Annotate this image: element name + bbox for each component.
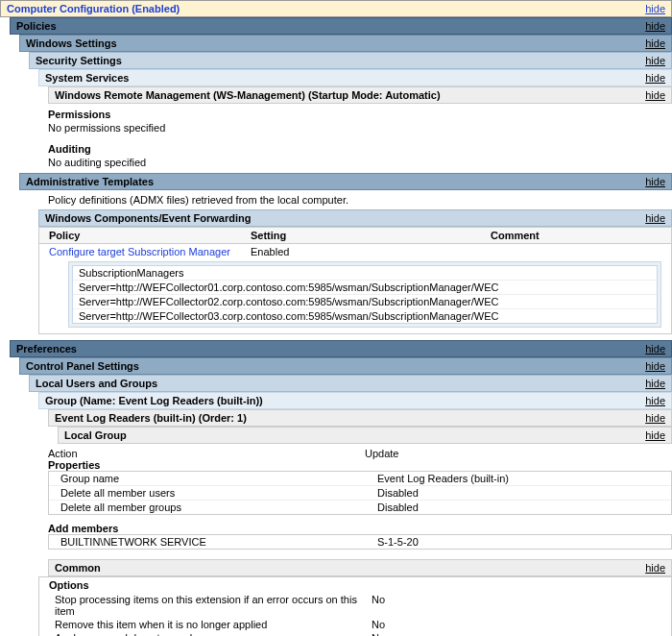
action-row: Action Update Properties Group name Even…	[48, 444, 672, 519]
event-forwarding-header: Windows Components/Event Forwarding hide	[38, 209, 672, 227]
opt-key: Apply once and do not reapply	[55, 632, 372, 636]
local-users-groups-header: Local Users and Groups hide	[29, 375, 672, 392]
computer-configuration-title: Computer Configuration (Enabled)	[7, 3, 180, 14]
permissions-value: No permissions specified	[48, 121, 672, 135]
hide-link[interactable]: hide	[645, 343, 665, 355]
table-row: Delete all member groups Disabled	[49, 501, 671, 514]
hide-link[interactable]: hide	[645, 89, 665, 101]
subscription-managers-label: SubscriptionManagers	[73, 266, 657, 281]
add-members-block: Add members BUILTIN\NETWORK SERVICE S-1-…	[48, 519, 672, 553]
security-settings-header: Security Settings hide	[29, 52, 672, 69]
policy-table: Policy Setting Comment Configure target …	[38, 227, 672, 334]
table-row: Apply once and do not reapply No	[39, 631, 671, 636]
subscription-managers-box: SubscriptionManagers Server=http://WEFCo…	[68, 261, 661, 328]
hide-link[interactable]: hide	[645, 360, 665, 372]
prop-key: Delete all member users	[60, 487, 377, 499]
system-services-header: System Services hide	[38, 69, 672, 86]
local-users-groups-title: Local Users and Groups	[36, 378, 157, 389]
prop-key: Group name	[60, 473, 377, 484]
hide-link[interactable]: hide	[645, 429, 665, 441]
windows-settings-title: Windows Settings	[26, 37, 117, 49]
properties-table: Group name Event Log Readers (built-in) …	[48, 471, 672, 515]
prop-val: Disabled	[377, 487, 660, 499]
table-row: Stop processing items on this extension …	[39, 593, 671, 618]
admin-templates-title: Administrative Templates	[26, 176, 154, 187]
policy-body: Configure target Subscription Manager En…	[39, 244, 671, 333]
policy-table-header: Policy Setting Comment	[39, 228, 671, 244]
admx-note-text: Policy definitions (ADMX files) retrieve…	[48, 194, 348, 206]
auditing-block: Auditing No auditing specified	[48, 138, 672, 173]
elr-order-title: Event Log Readers (built-in) (Order: 1)	[55, 412, 247, 424]
properties-label: Properties	[48, 459, 672, 471]
col-setting: Setting	[251, 230, 491, 241]
server-row: Server=http://WEFCollector01.corp.contos…	[73, 281, 657, 295]
table-row: BUILTIN\NETWORK SERVICE S-1-5-20	[49, 535, 671, 549]
permissions-label: Permissions	[48, 108, 672, 121]
local-group-header: Local Group hide	[58, 427, 672, 444]
system-services-title: System Services	[45, 72, 129, 84]
preferences-header: Preferences hide	[10, 340, 672, 357]
opt-key: Stop processing items on this extension …	[55, 594, 372, 617]
hide-link[interactable]: hide	[645, 395, 665, 406]
hide-link[interactable]: hide	[645, 378, 665, 389]
policies-title: Policies	[16, 20, 57, 32]
auditing-label: Auditing	[48, 142, 672, 156]
hide-link[interactable]: hide	[645, 37, 665, 49]
prop-val: Event Log Readers (built-in)	[377, 473, 660, 484]
prop-val: Disabled	[377, 501, 660, 513]
local-group-title: Local Group	[64, 429, 127, 441]
table-row: Group name Event Log Readers (built-in)	[49, 472, 671, 486]
permissions-block: Permissions No permissions specified	[48, 104, 672, 138]
admx-note: Policy definitions (ADMX files) retrieve…	[48, 190, 672, 209]
hide-link[interactable]: hide	[645, 20, 665, 32]
hide-link[interactable]: hide	[645, 55, 665, 66]
elr-order-header: Event Log Readers (built-in) (Order: 1) …	[48, 409, 672, 427]
wrm-header: Windows Remote Management (WS-Management…	[48, 86, 672, 104]
member-name: BUILTIN\NETWORK SERVICE	[60, 536, 377, 548]
policy-setting-value: Enabled	[251, 246, 491, 257]
auditing-value: No auditing specified	[48, 156, 672, 169]
preferences-title: Preferences	[16, 343, 77, 355]
opt-val: No	[372, 632, 656, 636]
members-table: BUILTIN\NETWORK SERVICE S-1-5-20	[48, 534, 672, 550]
windows-settings-header: Windows Settings hide	[19, 35, 672, 52]
policy-name-link[interactable]: Configure target Subscription Manager	[49, 246, 251, 257]
policy-row: Configure target Subscription Manager En…	[49, 246, 661, 257]
action-value: Update	[365, 448, 672, 459]
opt-val: No	[372, 594, 656, 617]
cp-settings-header: Control Panel Settings hide	[19, 357, 672, 375]
prop-key: Delete all member groups	[60, 501, 377, 513]
opt-key: Remove this item when it is no longer ap…	[55, 619, 372, 630]
hide-link[interactable]: hide	[645, 176, 665, 187]
member-sid: S-1-5-20	[377, 536, 660, 548]
col-policy: Policy	[49, 230, 251, 241]
add-members-label: Add members	[48, 523, 672, 534]
table-row: Remove this item when it is no longer ap…	[39, 618, 671, 631]
server-row: Server=http://WEFCollector03.corp.contos…	[73, 309, 657, 323]
common-header: Common hide	[48, 559, 672, 576]
action-label: Action	[48, 448, 365, 459]
admin-templates-header: Administrative Templates hide	[19, 173, 672, 190]
opt-val: No	[372, 619, 656, 630]
cp-settings-title: Control Panel Settings	[26, 360, 139, 372]
common-title: Common	[55, 562, 101, 574]
options-box: Options Stop processing items on this ex…	[38, 576, 672, 636]
hide-link[interactable]: hide	[645, 72, 665, 84]
group-title: Group (Name: Event Log Readers (built-in…	[45, 395, 263, 406]
hide-link[interactable]: hide	[645, 412, 665, 424]
col-comment: Comment	[491, 230, 661, 241]
event-forwarding-title: Windows Components/Event Forwarding	[45, 212, 251, 224]
wrm-title: Windows Remote Management (WS-Management…	[55, 89, 441, 101]
security-settings-title: Security Settings	[36, 55, 122, 66]
hide-link[interactable]: hide	[645, 212, 665, 224]
hide-link[interactable]: hide	[645, 562, 665, 574]
computer-configuration-header: Computer Configuration (Enabled) hide	[0, 0, 672, 17]
group-header: Group (Name: Event Log Readers (built-in…	[38, 392, 672, 409]
policies-header: Policies hide	[10, 17, 672, 35]
server-row: Server=http://WEFCollector02.corp.contos…	[73, 295, 657, 309]
options-label: Options	[39, 577, 671, 593]
policy-comment-value	[491, 246, 661, 257]
table-row: Delete all member users Disabled	[49, 486, 671, 501]
hide-link[interactable]: hide	[645, 3, 665, 14]
